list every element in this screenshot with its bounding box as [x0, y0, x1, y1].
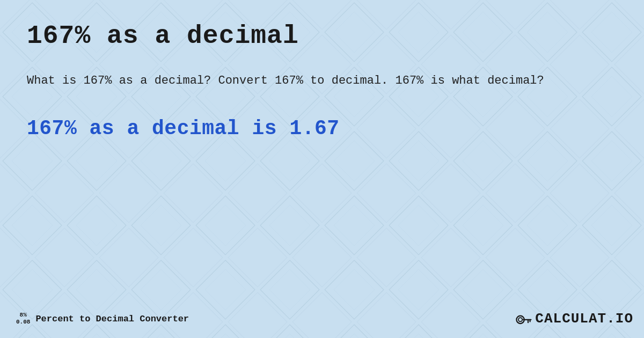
result-text: 167% as a decimal is 1.67	[27, 117, 617, 140]
brand-logo[interactable]: CALCULAT.IO	[514, 309, 633, 328]
percent-decimal-logo: 8% 0.08	[16, 312, 30, 326]
brand-name: CALCULAT.IO	[535, 311, 633, 327]
calculat-icon	[514, 309, 533, 328]
svg-point-7	[518, 318, 522, 321]
footer-label: Percent to Decimal Converter	[35, 314, 189, 324]
page-title: 167% as a decimal	[27, 21, 617, 50]
result-section: 167% as a decimal is 1.67	[27, 117, 617, 140]
logo-percent: 8%	[20, 312, 27, 318]
footer-left: 8% 0.08 Percent to Decimal Converter	[16, 312, 189, 326]
footer: 8% 0.08 Percent to Decimal Converter CAL…	[0, 309, 644, 328]
main-content: 167% as a decimal What is 167% as a deci…	[0, 0, 644, 178]
logo-decimal: 0.08	[16, 319, 30, 325]
description-text: What is 167% as a decimal? Convert 167% …	[27, 72, 617, 90]
